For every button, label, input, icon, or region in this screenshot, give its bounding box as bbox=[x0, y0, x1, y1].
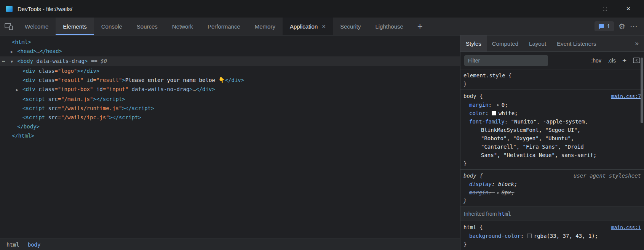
window-controls: × bbox=[569, 0, 644, 18]
expand-arrow-icon[interactable]: ▶ bbox=[16, 85, 22, 95]
toolbar-right-cluster: 1 ⚙ ⋯ bbox=[594, 18, 644, 35]
token-attr: data-wails-no-drag bbox=[128, 86, 189, 92]
css-declaration[interactable]: margin: ▶0; bbox=[460, 101, 609, 109]
styles-tab-computed[interactable]: Computed bbox=[487, 35, 524, 51]
token-val: ="/wails/runtime.js" bbox=[58, 105, 122, 111]
dom-node-row[interactable]: </html> bbox=[0, 131, 460, 140]
tab-label: Welcome bbox=[25, 23, 48, 30]
css-declaration[interactable]: margin: ▶8px; bbox=[460, 188, 609, 197]
devtools-toolbar: WelcomeElementsConsoleSourcesNetworkPerf… bbox=[0, 18, 644, 35]
styles-filter-input[interactable] bbox=[464, 55, 548, 66]
minimize-icon bbox=[579, 9, 584, 9]
css-declaration[interactable]: display: block; bbox=[460, 180, 609, 188]
expand-shorthand-icon[interactable]: ▶ bbox=[497, 103, 499, 107]
tab-elements[interactable]: Elements bbox=[56, 18, 94, 35]
dom-node-row[interactable]: ▶<div class="input-box" id="input" data-… bbox=[0, 85, 460, 95]
token-tag: <body bbox=[17, 58, 33, 64]
expand-arrow-icon[interactable]: ▶ bbox=[11, 47, 17, 56]
tab-network[interactable]: Network bbox=[165, 18, 200, 35]
tab-application[interactable]: Application× bbox=[283, 18, 333, 35]
devtools-window: DevTools - file://wails/ × WelcomeElemen… bbox=[0, 0, 644, 250]
indent-spacer bbox=[5, 72, 16, 73]
tab-close-icon[interactable]: × bbox=[322, 23, 326, 30]
tab-memory[interactable]: Memory bbox=[248, 18, 283, 35]
dom-node-code: <div class="input-box" id="input" data-w… bbox=[22, 86, 215, 92]
issues-badge[interactable]: 1 bbox=[594, 21, 614, 31]
styles-tab-event-listeners[interactable]: Event Listeners bbox=[551, 35, 601, 51]
element-classes-button[interactable]: .cls bbox=[608, 58, 616, 64]
tab-label: Elements bbox=[63, 23, 87, 30]
add-tab-button[interactable]: + bbox=[411, 18, 430, 35]
styles-tab-layout[interactable]: Layout bbox=[524, 35, 551, 51]
tab-console[interactable]: Console bbox=[94, 18, 129, 35]
toggle-computed-sidebar-button[interactable] bbox=[633, 58, 640, 63]
toggle-sidebar-icon bbox=[633, 58, 640, 63]
token-attr: src bbox=[45, 105, 58, 111]
token-tag: ></script> bbox=[93, 96, 125, 102]
stylesheet-link[interactable]: main.css:7 bbox=[611, 92, 641, 101]
indent-spacer bbox=[5, 128, 11, 128]
rule-selector[interactable]: element.style { bbox=[463, 71, 511, 80]
sidebar-tabs-overflow-icon[interactable]: » bbox=[630, 35, 644, 51]
breadcrumb-body[interactable]: body bbox=[24, 242, 45, 248]
dom-node-row[interactable]: </body> bbox=[0, 122, 460, 131]
dom-node-row[interactable]: <script src="/main.js"></script> bbox=[0, 95, 460, 104]
inherited-node-link[interactable]: html bbox=[498, 211, 511, 217]
dom-node-row[interactable]: <div class="logo"></div> bbox=[0, 66, 460, 75]
rule-selector[interactable]: html { bbox=[463, 223, 483, 231]
rule-selector[interactable]: body { bbox=[463, 171, 483, 180]
tab-security[interactable]: Security bbox=[333, 18, 368, 35]
breadcrumb-html[interactable]: html bbox=[2, 242, 24, 248]
dom-node-code: <script src="/wails/ipc.js"></script> bbox=[22, 114, 141, 120]
color-swatch[interactable] bbox=[527, 234, 532, 238]
device-toolbar-icon bbox=[5, 23, 13, 30]
tab-performance[interactable]: Performance bbox=[200, 18, 248, 35]
new-style-rule-button[interactable]: + bbox=[622, 56, 626, 65]
token-tag: </div> bbox=[225, 77, 244, 83]
token-attr: src bbox=[45, 96, 58, 102]
more-options-icon[interactable]: ⋯ bbox=[630, 22, 638, 30]
device-toolbar-button[interactable] bbox=[0, 18, 18, 35]
css-property-value: block; bbox=[498, 181, 518, 187]
token-attr: class bbox=[35, 68, 55, 74]
maximize-icon bbox=[603, 7, 607, 11]
dom-node-row[interactable]: <html> bbox=[0, 37, 460, 46]
css-property-name: color bbox=[469, 110, 485, 116]
tab-lighthouse[interactable]: Lighthouse bbox=[368, 18, 410, 35]
stylesheet-link[interactable]: main.css:1 bbox=[611, 223, 641, 232]
dom-node-row[interactable]: <script src="/wails/runtime.js"></script… bbox=[0, 104, 460, 113]
indent-spacer bbox=[5, 119, 16, 119]
dom-node-row[interactable]: ⋯▼<body data-wails-drag> == $0 bbox=[0, 56, 460, 66]
color-swatch[interactable] bbox=[492, 111, 496, 115]
window-title: DevTools - file://wails/ bbox=[18, 6, 72, 12]
dom-node-row[interactable]: ▶<head>…</head> bbox=[0, 46, 460, 56]
styles-scrollbar[interactable] bbox=[641, 58, 643, 123]
styles-tab-styles[interactable]: Styles bbox=[460, 35, 487, 51]
settings-gear-icon[interactable]: ⚙ bbox=[618, 22, 625, 30]
rule-close-brace: } bbox=[460, 159, 644, 168]
rule-selector[interactable]: body { bbox=[463, 92, 483, 100]
rule-header: html {main.css:1 bbox=[460, 223, 644, 232]
css-declaration[interactable]: background-color: rgba(33, 37, 43, 1); bbox=[460, 232, 609, 240]
minimize-button[interactable] bbox=[569, 0, 593, 18]
tab-welcome[interactable]: Welcome bbox=[18, 18, 56, 35]
dom-node-row[interactable]: <script src="/wails/ipc.js"></script> bbox=[0, 113, 460, 122]
node-menu-icon[interactable]: ⋯ bbox=[2, 56, 5, 66]
tab-label: Sources bbox=[137, 23, 158, 30]
tab-sources[interactable]: Sources bbox=[129, 18, 165, 35]
maximize-button[interactable] bbox=[593, 0, 617, 18]
expand-shorthand-icon[interactable]: ▶ bbox=[497, 191, 499, 194]
dom-node-row[interactable]: <div class="result" id="result">Please e… bbox=[0, 75, 460, 85]
css-property-name: font-family bbox=[469, 119, 505, 125]
tab-label: Application bbox=[290, 23, 318, 30]
css-declaration[interactable]: color: white; bbox=[460, 109, 609, 117]
css-colon: : bbox=[489, 189, 495, 196]
dom-node-code: <html> bbox=[12, 39, 31, 45]
tab-label: Console bbox=[101, 23, 122, 30]
toggle-element-state-button[interactable]: :hov bbox=[591, 58, 601, 64]
token-meta: == $0 bbox=[88, 58, 107, 64]
tab-label: Lighthouse bbox=[375, 23, 403, 30]
collapse-arrow-icon[interactable]: ▼ bbox=[11, 57, 17, 66]
close-button[interactable]: × bbox=[617, 0, 640, 18]
css-declaration[interactable]: font-family: "Nunito", -apple-system, Bl… bbox=[460, 117, 609, 159]
